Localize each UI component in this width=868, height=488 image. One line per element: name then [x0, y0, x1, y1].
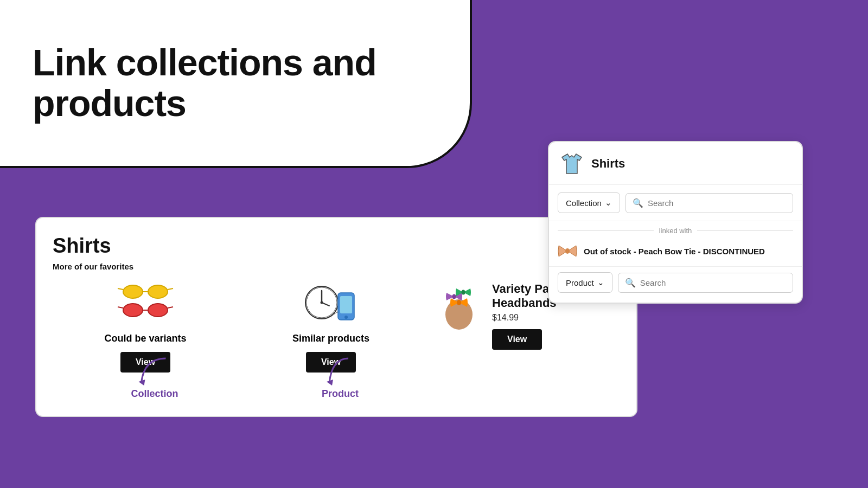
product-search-wrapper: 🔍 — [618, 273, 793, 293]
item-2-label: Similar products — [292, 333, 369, 344]
product-label: Product — [322, 388, 359, 400]
divider-line-left — [558, 230, 654, 231]
product-items-container: Could be variants View Collection — [53, 282, 620, 400]
svg-line-5 — [118, 288, 123, 290]
svg-point-1 — [565, 248, 570, 254]
svg-line-11 — [168, 307, 173, 308]
main-title: Link collections and products — [33, 42, 437, 124]
chevron-down-icon-2: ⌄ — [597, 278, 604, 287]
linked-with-divider: linked with — [549, 227, 802, 235]
svg-line-6 — [168, 288, 173, 290]
svg-point-20 — [344, 316, 348, 319]
chevron-down-icon: ⌄ — [605, 198, 612, 208]
svg-point-23 — [457, 300, 461, 305]
search-icon-2: 🔍 — [625, 278, 636, 288]
bowtie-icon — [558, 243, 577, 259]
collection-search-input[interactable] — [648, 198, 786, 208]
product-dropdown[interactable]: Product ⌄ — [558, 272, 612, 293]
link-panel-header: Shirts — [549, 142, 802, 185]
speech-bubble: Link collections and products — [0, 0, 472, 168]
svg-point-25 — [462, 290, 465, 295]
svg-point-17 — [321, 301, 323, 304]
linked-with-label: linked with — [659, 227, 692, 235]
svg-point-2 — [123, 285, 143, 298]
linked-item-label: Out of stock - Peach Bow Tie - DISCONTIN… — [584, 247, 765, 256]
product-search-row: Product ⌄ 🔍 — [549, 266, 802, 303]
product-panel-title: Shirts — [53, 234, 620, 258]
product-item-1: Could be variants View Collection — [53, 282, 238, 400]
link-panel: Shirts Collection ⌄ 🔍 linked with Out of… — [548, 141, 803, 304]
glasses-image — [116, 282, 175, 328]
link-panel-title: Shirts — [591, 157, 625, 171]
product-panel-subtitle: More of our favorites — [53, 262, 620, 271]
collection-dropdown[interactable]: Collection ⌄ — [558, 192, 620, 213]
product-search-input[interactable] — [640, 278, 786, 287]
svg-point-24 — [452, 294, 456, 299]
collection-search-wrapper: 🔍 — [626, 193, 793, 213]
svg-point-3 — [148, 285, 168, 298]
item-1-label: Could be variants — [104, 333, 186, 344]
product-arrow — [318, 356, 362, 388]
product-item-2: Similar products View Product — [238, 282, 424, 400]
svg-point-8 — [148, 304, 168, 317]
divider-line-right — [697, 230, 793, 231]
collection-search-row: Collection ⌄ 🔍 — [549, 185, 802, 221]
product-panel: Shirts More of our favorites — [35, 217, 637, 417]
linked-item-row: Out of stock - Peach Bow Tie - DISCONTIN… — [549, 238, 802, 266]
collection-label: Collection — [131, 388, 178, 400]
svg-rect-19 — [340, 296, 352, 313]
collection-arrow — [133, 356, 176, 388]
shirt-icon — [560, 152, 584, 176]
item-3-view-button[interactable]: View — [492, 329, 542, 350]
headband-image — [435, 282, 483, 333]
svg-point-7 — [123, 304, 143, 317]
clock-phone-image — [301, 282, 361, 328]
search-icon: 🔍 — [633, 198, 643, 208]
item-3-price: $14.99 — [492, 313, 620, 323]
svg-line-10 — [118, 307, 123, 308]
svg-marker-0 — [562, 154, 582, 174]
